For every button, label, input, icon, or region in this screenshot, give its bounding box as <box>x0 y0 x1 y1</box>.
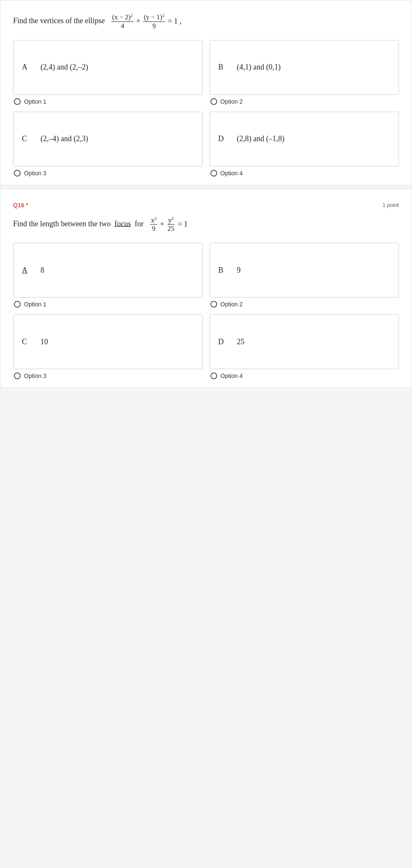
q16-question-text: Find the length between the two focus fo… <box>13 216 399 233</box>
q16-option-b-value: 9 <box>237 266 241 275</box>
q15-option-a-letter: A <box>22 63 30 72</box>
q16-option-b-box[interactable]: B 9 <box>210 243 399 297</box>
q16-prefix: Find the length between the two <box>13 219 110 228</box>
q16-option-a-box[interactable]: A 8 <box>13 243 203 297</box>
q15-option-d-box[interactable]: D (2,8) and (–1,8) <box>210 112 399 166</box>
q16-option-d-radio-row[interactable]: Option 4 <box>210 372 399 379</box>
q15-option-b-letter: B <box>218 63 227 72</box>
q15-question-text: Find the vertices of the ellipse (x − 2)… <box>13 13 399 30</box>
q16-frac2: y2 25 <box>167 216 175 233</box>
q16-focus-link: focus <box>114 219 131 228</box>
q16-option-c-value: 10 <box>40 338 48 346</box>
q15-frac2: (y − 1)2 9 <box>143 13 165 30</box>
q16-option-b-radio-row[interactable]: Option 2 <box>210 301 399 308</box>
q15-equation: (x − 2)2 4 + (y − 1)2 9 = 1 , <box>110 13 182 30</box>
q16-option-d-box[interactable]: D 25 <box>210 314 399 369</box>
q16-header: Q16 * 1 point <box>13 202 399 209</box>
q15-option-b-box[interactable]: B (4,1) and (0,1) <box>210 40 399 95</box>
q16-option-d-radio[interactable] <box>210 372 217 379</box>
q16-number: Q16 * <box>13 202 28 209</box>
q15-option-d-wrapper: D (2,8) and (–1,8) Option 4 <box>210 112 399 177</box>
q15-option-c-label: Option 3 <box>24 170 46 177</box>
q15-frac2-den: 9 <box>151 22 156 30</box>
q15-option-a-value: (2,4) and (2,–2) <box>40 63 88 72</box>
question-15-block: Find the vertices of the ellipse (x − 2)… <box>0 0 412 185</box>
q16-options-grid: A 8 Option 1 B 9 Option 2 <box>13 243 399 379</box>
q16-option-c-letter: C <box>22 338 30 346</box>
q15-option-b-radio[interactable] <box>210 98 217 105</box>
q16-option-a-radio[interactable] <box>14 301 21 308</box>
q15-option-c-value: (2,–4) and (2,3) <box>40 134 88 143</box>
q16-option-b-radio[interactable] <box>210 301 217 308</box>
q15-option-b-wrapper: B (4,1) and (0,1) Option 2 <box>210 40 399 105</box>
q15-option-a-radio[interactable] <box>14 98 21 105</box>
q15-option-c-radio[interactable] <box>14 170 21 177</box>
q15-options-grid: A (2,4) and (2,–2) Option 1 B (4,1) and … <box>13 40 399 177</box>
q15-option-d-value: (2,8) and (–1,8) <box>237 134 285 143</box>
q16-option-c-box[interactable]: C 10 <box>13 314 203 369</box>
q15-prefix: Find the vertices of the ellipse <box>13 16 105 25</box>
q16-frac1: x2 9 <box>150 216 157 233</box>
q16-option-c-radio[interactable] <box>14 372 21 379</box>
q16-option-c-wrapper: C 10 Option 3 <box>13 314 203 379</box>
q15-option-c-letter: C <box>22 134 30 143</box>
q16-frac1-num: x2 <box>150 216 157 225</box>
q15-option-b-radio-row[interactable]: Option 2 <box>210 98 399 105</box>
q15-option-c-box[interactable]: C (2,–4) and (2,3) <box>13 112 203 166</box>
q15-frac2-num: (y − 1)2 <box>143 13 165 22</box>
page-container: Find the vertices of the ellipse (x − 2)… <box>0 0 412 388</box>
q16-equation: x2 9 + y2 25 = 1 <box>149 216 188 233</box>
q15-option-b-label: Option 2 <box>221 98 243 105</box>
q16-option-a-wrapper: A 8 Option 1 <box>13 243 203 308</box>
q16-option-b-letter: B <box>218 266 227 275</box>
q16-option-b-label: Option 2 <box>221 301 243 308</box>
question-16-block: Q16 * 1 point Find the length between th… <box>0 189 412 388</box>
q15-option-c-radio-row[interactable]: Option 3 <box>13 170 203 177</box>
q16-option-d-letter: D <box>218 338 227 346</box>
q16-option-d-label: Option 4 <box>221 372 243 379</box>
q15-frac1-num: (x − 2)2 <box>111 13 134 22</box>
q15-option-a-label: Option 1 <box>24 98 46 105</box>
q15-option-a-wrapper: A (2,4) and (2,–2) Option 1 <box>13 40 203 105</box>
q16-points: 1 point <box>382 202 399 208</box>
q16-option-b-wrapper: B 9 Option 2 <box>210 243 399 308</box>
q16-option-a-letter: A <box>22 266 30 275</box>
q15-option-c-wrapper: C (2,–4) and (2,3) Option 3 <box>13 112 203 177</box>
q16-option-a-value: 8 <box>40 266 44 275</box>
q15-option-d-radio-row[interactable]: Option 4 <box>210 170 399 177</box>
q15-frac1: (x − 2)2 4 <box>111 13 134 30</box>
q15-option-d-radio[interactable] <box>210 170 217 177</box>
q16-option-a-radio-row[interactable]: Option 1 <box>13 301 203 308</box>
q16-frac1-den: 9 <box>151 225 156 233</box>
q16-frac2-num: y2 <box>167 216 175 225</box>
q16-frac2-den: 25 <box>167 225 175 233</box>
q15-option-b-value: (4,1) and (0,1) <box>237 63 281 72</box>
q15-option-d-letter: D <box>218 134 227 143</box>
q15-option-a-radio-row[interactable]: Option 1 <box>13 98 203 105</box>
q15-frac1-den: 4 <box>120 22 125 30</box>
q15-option-d-label: Option 4 <box>221 170 243 177</box>
q15-option-a-box[interactable]: A (2,4) and (2,–2) <box>13 40 203 95</box>
q16-option-d-value: 25 <box>237 338 245 346</box>
q16-option-d-wrapper: D 25 Option 4 <box>210 314 399 379</box>
q16-suffix: for <box>135 219 143 228</box>
q16-option-c-radio-row[interactable]: Option 3 <box>13 372 203 379</box>
q16-option-a-label: Option 1 <box>24 301 46 308</box>
q16-option-c-label: Option 3 <box>24 372 46 379</box>
